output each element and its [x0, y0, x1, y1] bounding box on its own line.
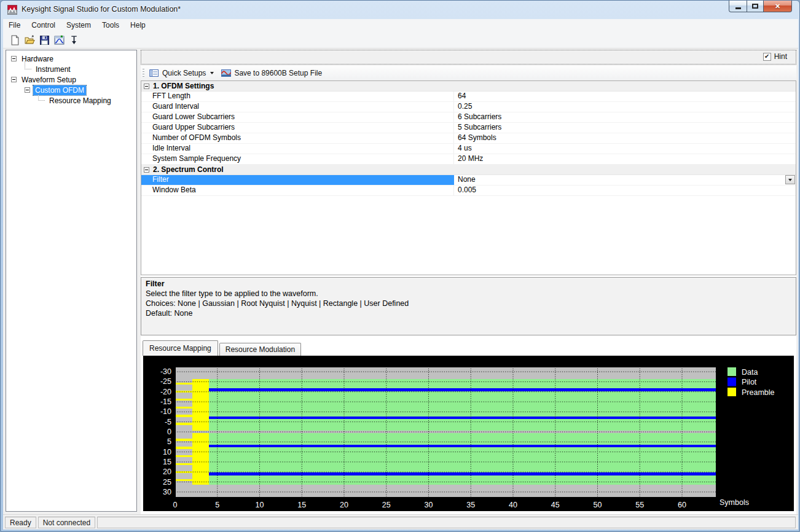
- save-file-button[interactable]: [37, 33, 52, 47]
- setting-value[interactable]: None: [454, 175, 796, 185]
- x-tick-label: 35: [466, 501, 475, 509]
- section-header[interactable]: 2. Spectrum Control: [141, 165, 796, 175]
- menu-system[interactable]: System: [61, 19, 96, 32]
- caption-buttons: ✕: [729, 1, 792, 12]
- y-tick-label: -20: [160, 388, 171, 396]
- menu-file[interactable]: File: [3, 19, 26, 32]
- setting-value[interactable]: 0.25: [454, 102, 796, 112]
- hint-default: Default: None: [146, 308, 791, 318]
- app-icon: [7, 5, 17, 15]
- setting-value-text: None: [458, 175, 476, 184]
- save-file-icon: [39, 35, 50, 45]
- save-89600b-button[interactable]: Save to 89600B Setup File: [220, 67, 326, 79]
- generate-waveform-button[interactable]: [52, 33, 66, 47]
- settings-row-window-beta[interactable]: Window Beta0.005: [141, 186, 796, 196]
- chart-panel: -30-25-20-15-10-505101520253005101520253…: [143, 356, 794, 511]
- tree-item-instrument[interactable]: Instrument: [6, 64, 136, 74]
- chevron-down-icon: [210, 72, 214, 74]
- collapse-icon[interactable]: [144, 167, 149, 173]
- tree-connector: [38, 93, 45, 101]
- download-to-instrument-button[interactable]: [67, 33, 81, 47]
- setting-name: Window Beta: [141, 186, 454, 195]
- settings-row-system-sample-frequency[interactable]: System Sample Frequency20 MHz: [141, 154, 796, 165]
- setting-value[interactable]: 0.005: [454, 186, 796, 195]
- region-preamble: [175, 399, 192, 401]
- region-preamble: [192, 379, 210, 431]
- hint-strip: ✔ Hint: [141, 50, 796, 65]
- y-tick-label: 25: [163, 478, 171, 487]
- setting-name: Guard Interval: [141, 102, 454, 112]
- setting-name: FFT Length: [141, 92, 454, 101]
- setting-value[interactable]: 6 Subcarriers: [454, 112, 796, 122]
- menu-help[interactable]: Help: [125, 19, 151, 32]
- section-title: 1. OFDM Settings: [153, 82, 214, 90]
- window-body: FileControlSystemToolsHelp HardwareInstr…: [3, 19, 798, 530]
- x-tick-label: 15: [297, 501, 306, 509]
- setting-value[interactable]: 20 MHz: [454, 154, 796, 164]
- settings-row-fft-length[interactable]: FFT Length64: [141, 92, 796, 102]
- settings-row-guard-upper-subcarriers[interactable]: Guard Upper Subcarriers5 Subcarriers: [141, 123, 796, 133]
- filter-dropdown-button[interactable]: [785, 175, 795, 184]
- x-axis-label: Symbols: [720, 498, 749, 507]
- hint-title: Filter: [146, 280, 791, 288]
- collapse-icon[interactable]: [144, 84, 149, 89]
- setting-name: Filter: [141, 175, 454, 185]
- setting-value[interactable]: 64: [454, 92, 796, 101]
- tree-item-label: Instrument: [34, 65, 73, 74]
- section-header[interactable]: 1. OFDM Settings: [141, 81, 796, 92]
- tree-item-waveform-setup[interactable]: Waveform Setup: [6, 74, 136, 85]
- menu-tools[interactable]: Tools: [96, 19, 125, 32]
- setting-value[interactable]: 4 us: [454, 144, 796, 154]
- close-icon: ✕: [775, 2, 780, 10]
- settings-row-guard-interval[interactable]: Guard Interval0.25: [141, 102, 796, 112]
- region-preamble: [175, 439, 192, 440]
- open-file-button[interactable]: [23, 33, 37, 47]
- settings-row-filter[interactable]: FilterNone: [141, 175, 796, 186]
- setting-name: System Sample Frequency: [141, 154, 454, 164]
- settings-row-guard-lower-subcarriers[interactable]: Guard Lower Subcarriers6 Subcarriers: [141, 112, 796, 123]
- section-title: 2. Spectrum Control: [153, 165, 224, 174]
- tab-resource-mapping[interactable]: Resource Mapping: [143, 340, 218, 356]
- app-window: Keysight Signal Studio for Custom Modula…: [0, 0, 800, 532]
- quick-setups-button[interactable]: Quick Setups: [148, 67, 218, 79]
- minimize-icon: [735, 7, 741, 9]
- setting-value[interactable]: 5 Subcarriers: [454, 123, 796, 133]
- download-to-instrument-icon: [69, 35, 79, 45]
- collapse-icon[interactable]: [25, 87, 30, 93]
- settings-row-number-of-ofdm-symbols[interactable]: Number of OFDM Symbols64 Symbols: [141, 133, 796, 144]
- tree-item-custom-ofdm[interactable]: Custom OFDM: [6, 85, 136, 95]
- setting-name: Guard Upper Subcarriers: [141, 123, 454, 133]
- region-preamble: [175, 447, 192, 448]
- hint-checkbox[interactable]: ✔ Hint: [763, 52, 787, 61]
- tab-resource-modulation[interactable]: Resource Modulation: [219, 343, 301, 356]
- y-tick-label: 0: [167, 428, 171, 436]
- x-tick-label: 55: [635, 501, 644, 509]
- setting-value[interactable]: 64 Symbols: [454, 133, 796, 143]
- setting-value-text: 5 Subcarriers: [458, 123, 501, 131]
- region-preamble: [175, 479, 192, 481]
- collapse-icon[interactable]: [11, 77, 17, 82]
- titlebar[interactable]: Keysight Signal Studio for Custom Modula…: [1, 1, 799, 19]
- window-title: Keysight Signal Studio for Custom Modula…: [22, 1, 181, 19]
- settings-row-idle-interval[interactable]: Idle Interval4 us: [141, 144, 796, 154]
- maximize-button[interactable]: [747, 1, 764, 12]
- tree-item-resource-mapping[interactable]: Resource Mapping: [6, 95, 136, 106]
- y-tick-label: 15: [163, 458, 171, 466]
- minimize-button[interactable]: [729, 1, 747, 12]
- collapse-icon[interactable]: [11, 56, 17, 61]
- tab-strip: Resource MappingResource Modulation: [141, 340, 796, 356]
- checkbox-icon: ✔: [763, 53, 771, 61]
- new-file-button[interactable]: [8, 33, 22, 47]
- setting-value-text: 6 Subcarriers: [458, 112, 501, 121]
- region-data: [209, 379, 716, 431]
- resource-mapping-chart: -30-25-20-15-10-505101520253005101520253…: [143, 356, 794, 511]
- setting-value-text: 64 Symbols: [458, 133, 496, 142]
- legend-label: Data: [742, 368, 758, 377]
- menu-control[interactable]: Control: [26, 19, 61, 32]
- legend-swatch-data: [727, 367, 736, 376]
- region-pilot: [209, 445, 716, 448]
- close-button[interactable]: ✕: [764, 1, 792, 12]
- main-toolbar: [3, 32, 798, 49]
- open-file-icon: [25, 35, 35, 45]
- tree-item-label: Resource Mapping: [47, 96, 113, 106]
